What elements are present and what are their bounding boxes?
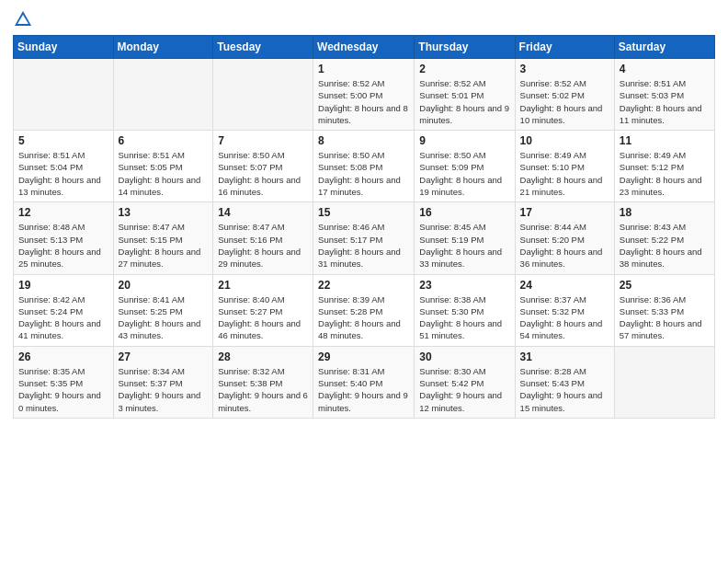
- day-number-6: 6: [119, 134, 209, 147]
- day-info-29: Sunrise: 8:31 AM Sunset: 5:40 PM Dayligh…: [318, 365, 409, 414]
- day-number-10: 10: [520, 134, 609, 147]
- day-cell-5: 5Sunrise: 8:51 AM Sunset: 5:04 PM Daylig…: [14, 131, 114, 202]
- weekday-header-row: SundayMondayTuesdayWednesdayThursdayFrid…: [14, 36, 715, 59]
- day-cell-17: 17Sunrise: 8:44 AM Sunset: 5:20 PM Dayli…: [515, 202, 614, 274]
- day-info-10: Sunrise: 8:49 AM Sunset: 5:10 PM Dayligh…: [520, 149, 609, 198]
- day-cell-14: 14Sunrise: 8:47 AM Sunset: 5:16 PM Dayli…: [213, 202, 313, 274]
- day-cell-21: 21Sunrise: 8:40 AM Sunset: 5:27 PM Dayli…: [213, 274, 313, 346]
- day-info-2: Sunrise: 8:52 AM Sunset: 5:01 PM Dayligh…: [419, 77, 509, 126]
- day-number-13: 13: [119, 206, 209, 219]
- day-cell-31: 31Sunrise: 8:28 AM Sunset: 5:43 PM Dayli…: [515, 346, 614, 418]
- weekday-header-thursday: Thursday: [415, 36, 515, 59]
- day-cell-6: 6Sunrise: 8:51 AM Sunset: 5:05 PM Daylig…: [113, 131, 213, 202]
- week-row-4: 19Sunrise: 8:42 AM Sunset: 5:24 PM Dayli…: [14, 274, 715, 346]
- day-cell-16: 16Sunrise: 8:45 AM Sunset: 5:19 PM Dayli…: [415, 202, 515, 274]
- week-row-3: 12Sunrise: 8:48 AM Sunset: 5:13 PM Dayli…: [14, 202, 715, 274]
- day-number-12: 12: [18, 206, 108, 219]
- day-number-2: 2: [419, 63, 509, 75]
- weekday-header-sunday: Sunday: [14, 36, 114, 59]
- day-cell-26: 26Sunrise: 8:35 AM Sunset: 5:35 PM Dayli…: [14, 346, 114, 418]
- day-number-29: 29: [318, 350, 409, 363]
- day-cell-28: 28Sunrise: 8:32 AM Sunset: 5:38 PM Dayli…: [213, 346, 313, 418]
- day-cell-29: 29Sunrise: 8:31 AM Sunset: 5:40 PM Dayli…: [313, 346, 415, 418]
- day-number-25: 25: [620, 279, 710, 292]
- weekday-header-saturday: Saturday: [614, 36, 714, 59]
- day-info-22: Sunrise: 8:39 AM Sunset: 5:28 PM Dayligh…: [318, 293, 409, 342]
- day-number-11: 11: [620, 134, 710, 147]
- day-info-27: Sunrise: 8:34 AM Sunset: 5:37 PM Dayligh…: [119, 365, 209, 414]
- day-cell-8: 8Sunrise: 8:50 AM Sunset: 5:08 PM Daylig…: [313, 131, 415, 202]
- day-number-20: 20: [119, 279, 209, 292]
- day-cell-3: 3Sunrise: 8:52 AM Sunset: 5:02 PM Daylig…: [515, 59, 614, 131]
- day-number-21: 21: [218, 279, 308, 292]
- day-cell-18: 18Sunrise: 8:43 AM Sunset: 5:22 PM Dayli…: [614, 202, 714, 274]
- day-number-30: 30: [419, 350, 509, 363]
- day-cell-30: 30Sunrise: 8:30 AM Sunset: 5:42 PM Dayli…: [415, 346, 515, 418]
- day-info-15: Sunrise: 8:46 AM Sunset: 5:17 PM Dayligh…: [318, 221, 409, 270]
- day-number-4: 4: [620, 63, 710, 75]
- day-cell-25: 25Sunrise: 8:36 AM Sunset: 5:33 PM Dayli…: [614, 274, 714, 346]
- day-info-8: Sunrise: 8:50 AM Sunset: 5:08 PM Dayligh…: [318, 149, 409, 198]
- weekday-header-tuesday: Tuesday: [213, 36, 313, 59]
- day-number-16: 16: [419, 206, 509, 219]
- day-number-23: 23: [419, 279, 509, 292]
- day-cell-12: 12Sunrise: 8:48 AM Sunset: 5:13 PM Dayli…: [14, 202, 114, 274]
- day-number-26: 26: [18, 350, 108, 363]
- day-number-28: 28: [218, 350, 308, 363]
- day-info-17: Sunrise: 8:44 AM Sunset: 5:20 PM Dayligh…: [520, 221, 609, 270]
- day-info-24: Sunrise: 8:37 AM Sunset: 5:32 PM Dayligh…: [520, 293, 609, 342]
- day-info-16: Sunrise: 8:45 AM Sunset: 5:19 PM Dayligh…: [419, 221, 509, 270]
- day-info-4: Sunrise: 8:51 AM Sunset: 5:03 PM Dayligh…: [620, 77, 710, 126]
- logo: [13, 9, 37, 29]
- empty-cell: [14, 59, 114, 131]
- day-cell-24: 24Sunrise: 8:37 AM Sunset: 5:32 PM Dayli…: [515, 274, 614, 346]
- week-row-1: 1Sunrise: 8:52 AM Sunset: 5:00 PM Daylig…: [14, 59, 715, 131]
- day-cell-20: 20Sunrise: 8:41 AM Sunset: 5:25 PM Dayli…: [113, 274, 213, 346]
- day-number-19: 19: [18, 279, 108, 292]
- day-info-13: Sunrise: 8:47 AM Sunset: 5:15 PM Dayligh…: [119, 221, 209, 270]
- day-info-12: Sunrise: 8:48 AM Sunset: 5:13 PM Dayligh…: [18, 221, 108, 270]
- day-info-7: Sunrise: 8:50 AM Sunset: 5:07 PM Dayligh…: [218, 149, 308, 198]
- day-cell-27: 27Sunrise: 8:34 AM Sunset: 5:37 PM Dayli…: [113, 346, 213, 418]
- day-number-24: 24: [520, 279, 609, 292]
- day-info-9: Sunrise: 8:50 AM Sunset: 5:09 PM Dayligh…: [419, 149, 509, 198]
- day-info-5: Sunrise: 8:51 AM Sunset: 5:04 PM Dayligh…: [18, 149, 108, 198]
- day-number-3: 3: [520, 63, 609, 75]
- day-number-22: 22: [318, 279, 409, 292]
- day-cell-4: 4Sunrise: 8:51 AM Sunset: 5:03 PM Daylig…: [614, 59, 714, 131]
- day-info-6: Sunrise: 8:51 AM Sunset: 5:05 PM Dayligh…: [119, 149, 209, 198]
- weekday-header-wednesday: Wednesday: [313, 36, 415, 59]
- day-info-28: Sunrise: 8:32 AM Sunset: 5:38 PM Dayligh…: [218, 365, 308, 414]
- day-number-5: 5: [18, 134, 108, 147]
- day-number-18: 18: [620, 206, 710, 219]
- day-cell-11: 11Sunrise: 8:49 AM Sunset: 5:12 PM Dayli…: [614, 131, 714, 202]
- day-cell-22: 22Sunrise: 8:39 AM Sunset: 5:28 PM Dayli…: [313, 274, 415, 346]
- day-info-26: Sunrise: 8:35 AM Sunset: 5:35 PM Dayligh…: [18, 365, 108, 414]
- calendar-table: SundayMondayTuesdayWednesdayThursdayFrid…: [13, 35, 715, 419]
- day-cell-2: 2Sunrise: 8:52 AM Sunset: 5:01 PM Daylig…: [415, 59, 515, 131]
- empty-cell: [614, 346, 714, 418]
- day-info-14: Sunrise: 8:47 AM Sunset: 5:16 PM Dayligh…: [218, 221, 308, 270]
- week-row-5: 26Sunrise: 8:35 AM Sunset: 5:35 PM Dayli…: [14, 346, 715, 418]
- empty-cell: [113, 59, 213, 131]
- day-number-15: 15: [318, 206, 409, 219]
- day-info-20: Sunrise: 8:41 AM Sunset: 5:25 PM Dayligh…: [119, 293, 209, 342]
- day-cell-9: 9Sunrise: 8:50 AM Sunset: 5:09 PM Daylig…: [415, 131, 515, 202]
- day-cell-1: 1Sunrise: 8:52 AM Sunset: 5:00 PM Daylig…: [313, 59, 415, 131]
- page: SundayMondayTuesdayWednesdayThursdayFrid…: [0, 0, 728, 563]
- day-info-21: Sunrise: 8:40 AM Sunset: 5:27 PM Dayligh…: [218, 293, 308, 342]
- day-number-17: 17: [520, 206, 609, 219]
- day-info-18: Sunrise: 8:43 AM Sunset: 5:22 PM Dayligh…: [620, 221, 710, 270]
- day-info-23: Sunrise: 8:38 AM Sunset: 5:30 PM Dayligh…: [419, 293, 509, 342]
- day-cell-23: 23Sunrise: 8:38 AM Sunset: 5:30 PM Dayli…: [415, 274, 515, 346]
- day-number-1: 1: [318, 63, 409, 75]
- day-info-25: Sunrise: 8:36 AM Sunset: 5:33 PM Dayligh…: [620, 293, 710, 342]
- day-number-14: 14: [218, 206, 308, 219]
- weekday-header-monday: Monday: [113, 36, 213, 59]
- day-cell-15: 15Sunrise: 8:46 AM Sunset: 5:17 PM Dayli…: [313, 202, 415, 274]
- day-number-8: 8: [318, 134, 409, 147]
- day-cell-19: 19Sunrise: 8:42 AM Sunset: 5:24 PM Dayli…: [14, 274, 114, 346]
- day-info-30: Sunrise: 8:30 AM Sunset: 5:42 PM Dayligh…: [419, 365, 509, 414]
- day-cell-10: 10Sunrise: 8:49 AM Sunset: 5:10 PM Dayli…: [515, 131, 614, 202]
- day-number-7: 7: [218, 134, 308, 147]
